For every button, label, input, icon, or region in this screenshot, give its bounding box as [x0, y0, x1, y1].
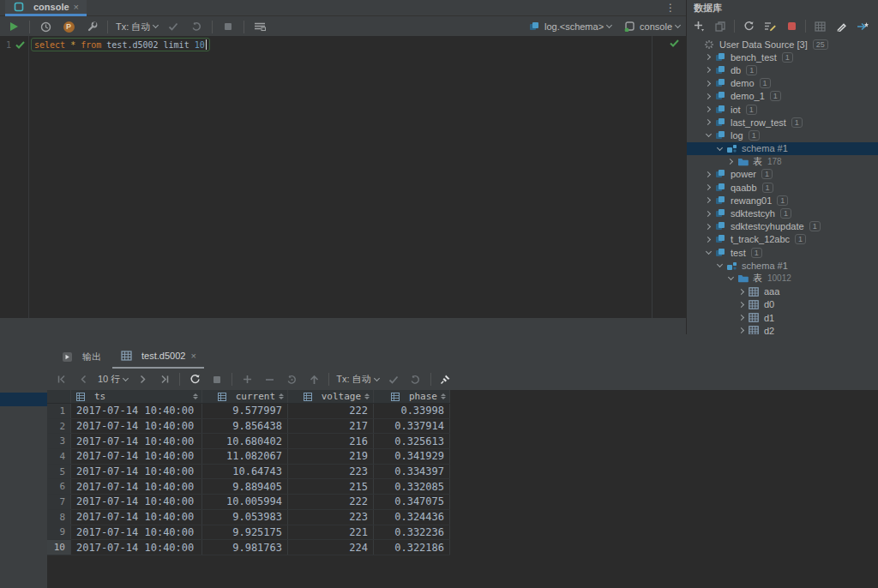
- row-number-cell[interactable]: 8: [47, 510, 71, 525]
- row-number-cell[interactable]: 7: [47, 495, 71, 509]
- chevron-right-icon[interactable]: [703, 169, 714, 179]
- parameters-button[interactable]: P: [61, 20, 76, 33]
- schema-selector-dropdown[interactable]: log.<schema>: [528, 21, 611, 33]
- chevron-right-icon[interactable]: [703, 208, 714, 219]
- tree-item-aaa[interactable]: aaa: [687, 285, 878, 298]
- commit-button[interactable]: [165, 20, 181, 33]
- first-page-button[interactable]: [53, 373, 69, 387]
- revert-button[interactable]: [284, 373, 299, 387]
- cell-current[interactable]: 10.005994: [202, 495, 288, 509]
- delete-row-button[interactable]: [262, 373, 277, 387]
- tree-item-schema-1[interactable]: schema #1: [687, 142, 878, 155]
- prev-page-button[interactable]: [75, 373, 91, 387]
- tree-item-test[interactable]: test1: [687, 246, 878, 259]
- cell-ts[interactable]: 2017-07-14 10:40:00: [71, 495, 202, 509]
- cell-ts[interactable]: 2017-07-14 10:40:00: [71, 404, 202, 418]
- chevron-right-icon[interactable]: [725, 156, 737, 166]
- rollback-button[interactable]: [189, 20, 204, 33]
- add-datasource-button[interactable]: [691, 20, 707, 33]
- column-header-ts[interactable]: ts: [71, 390, 202, 403]
- cell-ts[interactable]: 2017-07-14 10:40:00: [71, 434, 202, 448]
- column-header-current[interactable]: current: [202, 390, 288, 403]
- stop-button[interactable]: [220, 20, 236, 33]
- cell-voltage[interactable]: 224: [288, 540, 374, 555]
- tx-mode-dropdown[interactable]: Tx: 自动: [116, 21, 158, 33]
- chevron-right-icon[interactable]: [703, 234, 714, 244]
- cell-ts[interactable]: 2017-07-14 10:40:00: [71, 540, 202, 555]
- database-panel-header[interactable]: 数据库: [687, 0, 878, 16]
- tab-output[interactable]: 输出: [53, 345, 109, 369]
- cell-voltage[interactable]: 215: [288, 479, 374, 494]
- chevron-right-icon[interactable]: [703, 195, 714, 206]
- tree-item-demo[interactable]: demo1: [687, 77, 878, 90]
- settings-wrench-icon[interactable]: [84, 20, 99, 33]
- tree-item-iot[interactable]: iot1: [687, 103, 878, 116]
- tree-item-power[interactable]: power1: [687, 168, 878, 181]
- cell-current[interactable]: 9.889405: [202, 479, 288, 494]
- chevron-down-icon[interactable]: [703, 130, 714, 141]
- cell-ts[interactable]: 2017-07-14 10:40:00: [71, 479, 202, 494]
- tree-item--[interactable]: 表178: [687, 155, 878, 168]
- cell-phase[interactable]: 0.337914: [374, 419, 450, 434]
- row-number-cell[interactable]: 4: [47, 449, 71, 464]
- row-number-cell[interactable]: 6: [47, 479, 71, 494]
- cell-ts[interactable]: 2017-07-14 10:40:00: [71, 449, 202, 464]
- cell-voltage[interactable]: 221: [288, 525, 374, 540]
- reload-page-button[interactable]: [187, 373, 202, 387]
- cell-voltage[interactable]: 223: [288, 510, 374, 525]
- commit-button[interactable]: [386, 373, 401, 387]
- cell-ts[interactable]: 2017-07-14 10:40:00: [71, 525, 202, 540]
- history-icon[interactable]: [38, 20, 53, 33]
- cell-voltage[interactable]: 222: [288, 495, 374, 509]
- next-page-button[interactable]: [135, 373, 150, 387]
- cell-phase[interactable]: 0.334397: [374, 465, 450, 479]
- cell-current[interactable]: 9.577997: [202, 404, 288, 418]
- rollback-button[interactable]: [408, 373, 424, 387]
- sql-editor[interactable]: 1 select * from test.d5002 limit 10: [0, 36, 686, 318]
- edit-source-button[interactable]: [762, 20, 778, 33]
- chevron-down-icon[interactable]: [725, 273, 737, 284]
- cell-phase[interactable]: 0.332236: [374, 525, 450, 540]
- tree-item-demo-1[interactable]: demo_11: [687, 90, 878, 103]
- chevron-right-icon[interactable]: [737, 286, 748, 297]
- chevron-right-icon[interactable]: [737, 313, 748, 323]
- close-icon[interactable]: ×: [74, 3, 79, 12]
- chevron-right-icon[interactable]: [703, 105, 714, 115]
- tab-console[interactable]: console ×: [5, 0, 87, 16]
- close-icon[interactable]: ×: [190, 351, 195, 361]
- cell-phase[interactable]: 0.324436: [374, 510, 450, 525]
- cell-current[interactable]: 9.856438: [202, 419, 288, 434]
- sort-icon[interactable]: [193, 393, 198, 400]
- sort-icon[interactable]: [279, 393, 284, 400]
- tree-item-sdktestcyhupdate[interactable]: sdktestcyhupdate1: [687, 220, 878, 233]
- table-view-button[interactable]: [812, 20, 827, 33]
- add-row-button[interactable]: [239, 373, 255, 387]
- cell-ts[interactable]: 2017-07-14 10:40:00: [71, 419, 202, 434]
- row-number-cell[interactable]: 10: [47, 540, 71, 555]
- edit-data-button[interactable]: [833, 20, 849, 33]
- tree-item-t-track-12abc[interactable]: t_track_12abc1: [687, 233, 878, 246]
- tree-item-last-row-test[interactable]: last_row_test1: [687, 116, 878, 129]
- chevron-right-icon[interactable]: [703, 117, 714, 128]
- chevron-right-icon[interactable]: [737, 326, 748, 334]
- cell-phase[interactable]: 0.347075: [374, 495, 450, 509]
- cell-voltage[interactable]: 217: [288, 419, 374, 434]
- stop-button[interactable]: [784, 20, 799, 33]
- cell-ts[interactable]: 2017-07-14 10:40:00: [71, 510, 202, 525]
- last-page-button[interactable]: [157, 373, 172, 387]
- sql-statement[interactable]: select * from test.d5002 limit 10: [31, 38, 210, 51]
- column-header-phase[interactable]: phase: [374, 390, 450, 403]
- chevron-right-icon[interactable]: [703, 221, 714, 231]
- chevron-right-icon[interactable]: [703, 65, 714, 75]
- tx-mode-dropdown[interactable]: Tx: 自动: [336, 373, 378, 386]
- stop-button[interactable]: [209, 373, 225, 387]
- tree-item-log[interactable]: log1: [687, 129, 878, 141]
- chevron-right-icon[interactable]: [737, 299, 748, 309]
- cell-voltage[interactable]: 223: [288, 465, 374, 479]
- pin-button[interactable]: [438, 373, 454, 387]
- tree-item-rewang01[interactable]: rewang011: [687, 194, 878, 207]
- row-number-cell[interactable]: 1: [47, 404, 71, 418]
- row-number-cell[interactable]: 5: [47, 465, 71, 479]
- run-button[interactable]: [6, 20, 21, 33]
- cell-voltage[interactable]: 219: [288, 449, 374, 464]
